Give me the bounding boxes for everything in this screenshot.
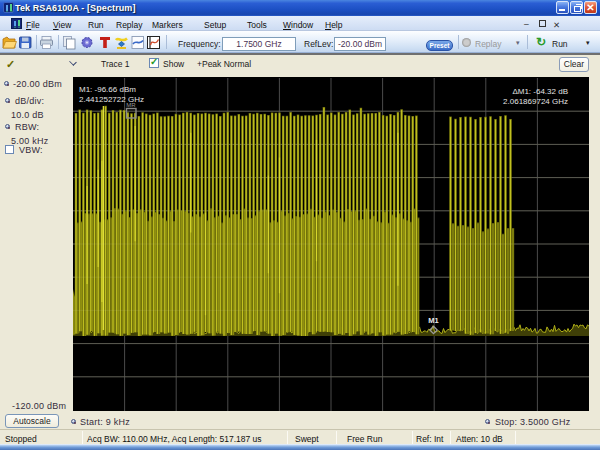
svg-text:ΔM1: -64.32 dB: ΔM1: -64.32 dB xyxy=(512,87,568,96)
svg-text:2.061869724 GHz: 2.061869724 GHz xyxy=(503,97,568,106)
svg-text:2.441252722 GHz: 2.441252722 GHz xyxy=(79,95,144,104)
svg-text:M1: -96.66 dBm: M1: -96.66 dBm xyxy=(79,85,136,94)
svg-text:M1: M1 xyxy=(428,316,438,325)
